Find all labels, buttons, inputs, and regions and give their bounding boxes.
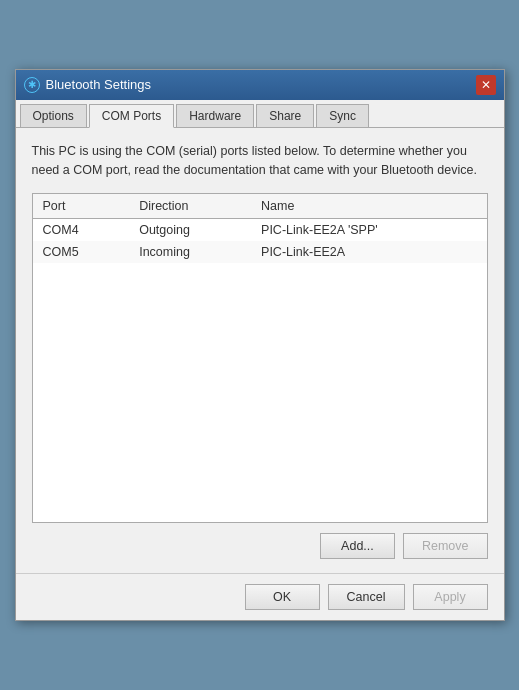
bluetooth-settings-dialog: ✱ Bluetooth Settings ✕ Options COM Ports…: [15, 69, 505, 622]
title-bar: ✱ Bluetooth Settings ✕: [16, 70, 504, 100]
ok-button[interactable]: OK: [245, 584, 320, 610]
bluetooth-icon: ✱: [24, 77, 40, 93]
cell-port-0: COM4: [33, 219, 130, 242]
description-text: This PC is using the COM (serial) ports …: [32, 142, 488, 180]
com-ports-table: Port Direction Name COM4 Outgoing PIC-Li…: [33, 194, 487, 263]
cell-name-0: PIC-Link-EE2A 'SPP': [251, 219, 486, 242]
title-bar-left: ✱ Bluetooth Settings: [24, 77, 152, 93]
tab-bar: Options COM Ports Hardware Share Sync: [16, 100, 504, 128]
cancel-button[interactable]: Cancel: [328, 584, 405, 610]
cell-name-1: PIC-Link-EE2A: [251, 241, 486, 263]
cell-direction-1: Incoming: [129, 241, 251, 263]
apply-button[interactable]: Apply: [413, 584, 488, 610]
col-header-port: Port: [33, 194, 130, 219]
col-header-direction: Direction: [129, 194, 251, 219]
tab-share[interactable]: Share: [256, 104, 314, 127]
table-action-buttons: Add... Remove: [32, 533, 488, 559]
table-row[interactable]: COM5 Incoming PIC-Link-EE2A: [33, 241, 487, 263]
table-header-row: Port Direction Name: [33, 194, 487, 219]
footer: OK Cancel Apply: [16, 573, 504, 620]
cell-direction-0: Outgoing: [129, 219, 251, 242]
tab-hardware[interactable]: Hardware: [176, 104, 254, 127]
remove-button[interactable]: Remove: [403, 533, 488, 559]
cell-port-1: COM5: [33, 241, 130, 263]
col-header-name: Name: [251, 194, 486, 219]
close-button[interactable]: ✕: [476, 75, 496, 95]
tab-com-ports[interactable]: COM Ports: [89, 104, 174, 128]
tab-content: This PC is using the COM (serial) ports …: [16, 128, 504, 574]
tab-options[interactable]: Options: [20, 104, 87, 127]
com-ports-table-container: Port Direction Name COM4 Outgoing PIC-Li…: [32, 193, 488, 523]
dialog-title: Bluetooth Settings: [46, 77, 152, 92]
tab-sync[interactable]: Sync: [316, 104, 369, 127]
add-button[interactable]: Add...: [320, 533, 395, 559]
table-row[interactable]: COM4 Outgoing PIC-Link-EE2A 'SPP': [33, 219, 487, 242]
